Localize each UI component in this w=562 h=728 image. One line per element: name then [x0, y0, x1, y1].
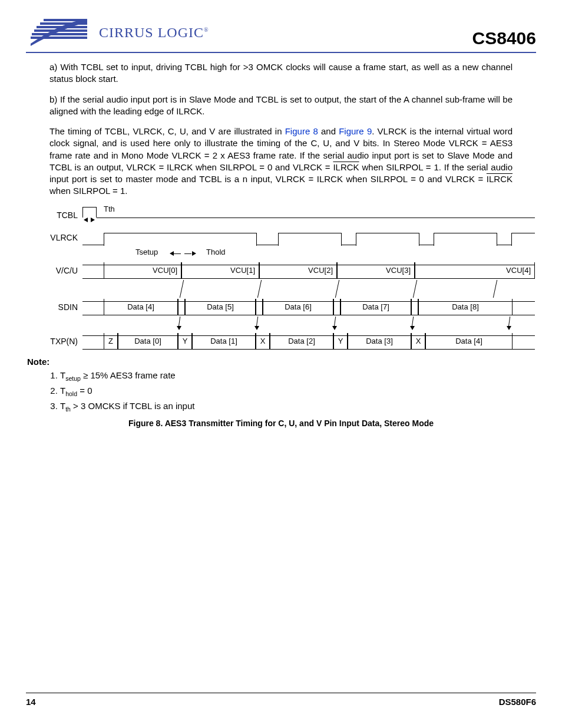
figure-9-link[interactable]: Figure 9	[339, 126, 372, 136]
sdin-cell: Data [5]	[185, 299, 256, 315]
ilrck-overline: ILRCK	[333, 162, 359, 172]
signal-label-sdin: SDIN	[27, 302, 82, 312]
notes-heading: Note:	[27, 357, 535, 367]
notes-block: Note: Tsetup ≥ 15% AES3 frame rate Thold…	[27, 357, 535, 413]
vcu-cell: VCU[0]	[104, 262, 181, 279]
body-text: a) With TCBL set to input, driving TCBL …	[49, 61, 513, 197]
page-number: 14	[26, 697, 36, 707]
sdin-cell: Data [8]	[418, 299, 513, 315]
brand-logo: CIRRUS LOGIC®	[26, 17, 209, 48]
txp-data: Data [0]	[118, 333, 178, 350]
txp-data: Data [1]	[192, 333, 256, 350]
sdin-cell: Data [4]	[104, 299, 178, 315]
page-header: CIRRUS LOGIC® CS8406	[26, 17, 536, 53]
document-id: DS580F6	[499, 697, 536, 707]
vcu-cell: VCU[2]	[259, 262, 337, 279]
txp-data: Data [3]	[348, 333, 411, 350]
timing-label-tsetup: Tsetup	[135, 248, 158, 256]
vcu-cell: VCU[1]	[181, 262, 259, 279]
timing-label-tth: Tth	[104, 205, 115, 213]
brand-text: CIRRUS LOGIC®	[99, 25, 209, 41]
ilrck-overline: ILRCK	[487, 174, 513, 184]
txp-preamble: Y	[178, 333, 192, 350]
note-item: Thold = 0	[60, 386, 535, 397]
paragraph-a: a) With TCBL set to input, driving TCBL …	[49, 61, 513, 85]
txp-preamble: Y	[333, 333, 348, 350]
note-item: Tsetup ≥ 15% AES3 frame rate	[60, 370, 535, 382]
note-item: Tth > 3 OMCKS if TCBL is an input	[60, 401, 535, 413]
txp-data: Data [2]	[270, 333, 333, 350]
part-number: CS8406	[472, 28, 536, 48]
vcu-cell: VCU[3]	[337, 262, 415, 279]
svg-rect-4	[32, 33, 87, 35]
txp-preamble: Z	[104, 333, 118, 350]
signal-label-tcbl: TCBL	[27, 210, 82, 220]
txp-preamble: X	[256, 333, 270, 350]
sdin-cell: Data [7]	[340, 299, 411, 315]
signal-label-vcu: V/C/U	[27, 266, 82, 275]
paragraph-b: b) If the serial audio input port is in …	[49, 94, 513, 118]
cirrus-swoosh-icon	[26, 17, 97, 48]
vcu-cell: VCU[4]	[415, 262, 535, 279]
figure-caption: Figure 8. AES3 Transmitter Timing for C,…	[26, 419, 536, 428]
txp-preamble: X	[411, 333, 425, 350]
signal-label-txp: TXP(N)	[27, 337, 82, 346]
timing-diagram: TCBL Tth VLRCK	[27, 206, 535, 351]
paragraph-c: The timing of TCBL, VLRCK, C, U, and V a…	[49, 126, 513, 197]
signal-label-vlrck: VLRCK	[27, 233, 82, 242]
page-footer: 14 DS580F6	[26, 693, 536, 707]
timing-label-thold: Thold	[206, 248, 226, 256]
txp-data: Data [4]	[425, 333, 513, 350]
figure-8-link[interactable]: Figure 8	[285, 126, 318, 136]
sdin-cell: Data [6]	[263, 299, 333, 315]
